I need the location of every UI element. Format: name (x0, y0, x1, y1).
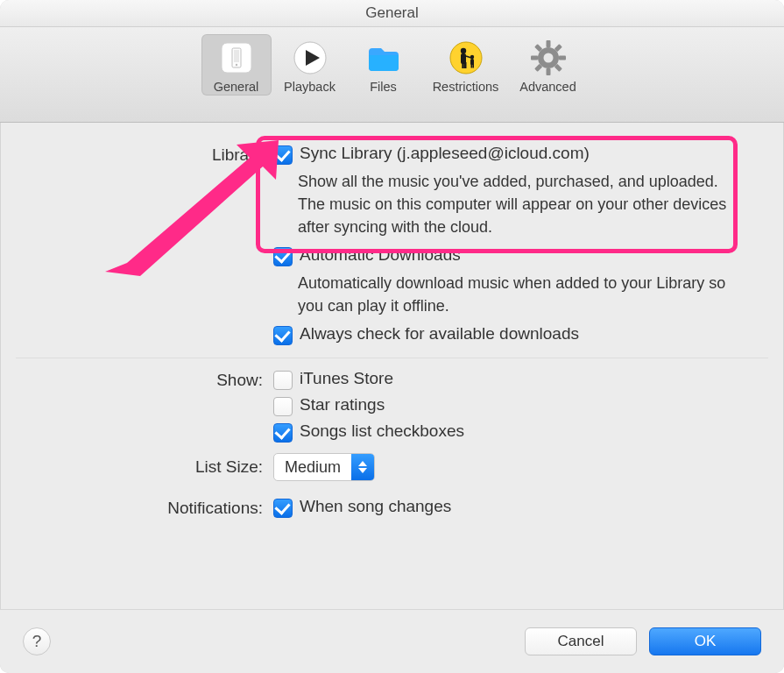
question-icon: ? (32, 632, 42, 651)
tab-label: Files (370, 80, 397, 94)
tab-label: Restrictions (433, 80, 499, 94)
tab-general[interactable]: General (201, 34, 272, 96)
song-changes-label: When song changes (300, 497, 451, 516)
list-size-select[interactable]: Medium (273, 453, 375, 481)
checkbox-icon (273, 499, 293, 518)
general-icon (216, 38, 257, 78)
preferences-window: General General Playback Files Restricti… (0, 0, 784, 673)
svg-rect-10 (464, 62, 467, 68)
svg-rect-14 (472, 64, 474, 68)
notifications-heading: Notifications: (9, 497, 273, 518)
tab-label: Playback (284, 80, 335, 94)
svg-point-3 (235, 64, 237, 66)
window-title: General (0, 0, 784, 27)
show-heading: Show: (9, 369, 273, 390)
checkbox-icon (273, 371, 293, 390)
tab-label: Advanced (519, 80, 576, 94)
play-icon (290, 38, 330, 78)
always-check-label: Always check for available downloads (300, 324, 579, 344)
always-check-checkbox[interactable]: Always check for available downloads (273, 324, 749, 345)
songs-list-checkboxes[interactable]: Songs list checkboxes (273, 422, 749, 443)
tab-restrictions[interactable]: Restrictions (422, 34, 510, 96)
annotation-arrow-icon (105, 140, 280, 280)
chevrons-icon (351, 454, 374, 480)
cancel-button[interactable]: Cancel (525, 627, 637, 655)
itunes-store-checkbox[interactable]: iTunes Store (273, 369, 749, 390)
sync-library-description: Show all the music you've added, purchas… (298, 170, 749, 238)
tab-advanced[interactable]: Advanced (513, 34, 583, 96)
svg-rect-12 (470, 59, 474, 65)
sync-library-checkbox[interactable]: Sync Library (j.appleseed@icloud.com) (273, 144, 749, 165)
gear-icon (528, 38, 569, 78)
footer-bar: ? Cancel OK (0, 609, 784, 673)
svg-rect-13 (470, 64, 472, 68)
svg-rect-2 (234, 50, 239, 62)
parental-icon (446, 38, 486, 78)
help-button[interactable]: ? (23, 627, 51, 655)
automatic-downloads-checkbox[interactable]: Automatic Downloads (273, 245, 749, 266)
folder-icon (364, 38, 404, 78)
automatic-downloads-label: Automatic Downloads (300, 245, 461, 265)
itunes-store-label: iTunes Store (300, 369, 393, 388)
sync-library-label: Sync Library (j.appleseed@icloud.com) (300, 144, 590, 163)
ok-button[interactable]: OK (649, 627, 761, 655)
songs-list-label: Songs list checkboxes (300, 422, 464, 441)
svg-rect-9 (462, 62, 464, 68)
checkbox-icon (273, 326, 293, 345)
star-ratings-label: Star ratings (300, 395, 385, 414)
list-size-heading: List Size: (9, 457, 273, 477)
svg-rect-17 (546, 40, 550, 47)
automatic-downloads-description: Automatically download music when added … (298, 272, 749, 317)
list-size-value: Medium (274, 454, 351, 480)
toolbar: General Playback Files Restrictions Adva… (0, 27, 784, 123)
svg-point-7 (460, 48, 465, 53)
tab-label: General (214, 80, 259, 94)
tab-playback[interactable]: Playback (275, 34, 345, 96)
star-ratings-checkbox[interactable]: Star ratings (273, 395, 749, 416)
section-divider (16, 358, 768, 358)
checkbox-icon (273, 423, 293, 443)
checkbox-icon (273, 397, 293, 416)
svg-marker-19 (105, 140, 279, 276)
song-changes-checkbox[interactable]: When song changes (273, 497, 749, 518)
svg-point-18 (543, 53, 553, 63)
tab-files[interactable]: Files (349, 34, 419, 96)
